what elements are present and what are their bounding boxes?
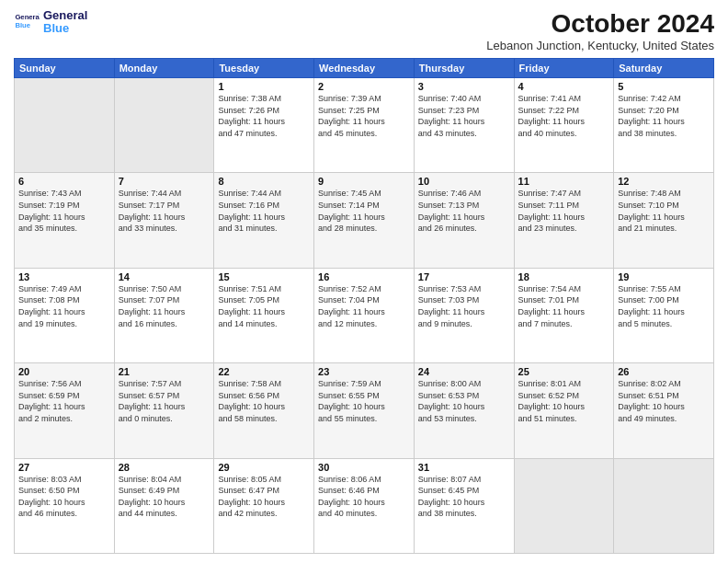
calendar-day-cell: 4Sunrise: 7:41 AM Sunset: 7:22 PM Daylig… — [514, 78, 614, 173]
day-number: 28 — [119, 462, 210, 473]
calendar-day-cell: 7Sunrise: 7:44 AM Sunset: 7:17 PM Daylig… — [114, 173, 214, 268]
day-number: 16 — [318, 271, 410, 282]
weekday-header: Sunday — [15, 59, 115, 78]
day-info: Sunrise: 7:56 AM Sunset: 6:59 PM Dayligh… — [18, 378, 110, 424]
weekday-header: Monday — [114, 59, 214, 78]
calendar-day-cell: 31Sunrise: 8:07 AM Sunset: 6:45 PM Dayli… — [414, 458, 514, 553]
day-number: 23 — [318, 366, 410, 377]
day-number: 5 — [618, 81, 710, 92]
day-info: Sunrise: 7:38 AM Sunset: 7:26 PM Dayligh… — [218, 93, 310, 139]
day-number: 13 — [18, 271, 110, 282]
calendar-day-cell: 1Sunrise: 7:38 AM Sunset: 7:26 PM Daylig… — [214, 78, 314, 173]
day-info: Sunrise: 7:52 AM Sunset: 7:04 PM Dayligh… — [318, 283, 410, 329]
day-info: Sunrise: 7:57 AM Sunset: 6:57 PM Dayligh… — [119, 378, 210, 424]
calendar-day-cell: 23Sunrise: 7:59 AM Sunset: 6:55 PM Dayli… — [314, 363, 415, 458]
day-info: Sunrise: 7:53 AM Sunset: 7:03 PM Dayligh… — [418, 283, 510, 329]
svg-text:Blue: Blue — [15, 21, 30, 29]
day-number: 24 — [418, 366, 510, 377]
calendar-week-row: 13Sunrise: 7:49 AM Sunset: 7:08 PM Dayli… — [15, 268, 714, 362]
weekday-header: Saturday — [614, 59, 714, 78]
calendar-day-cell: 25Sunrise: 8:01 AM Sunset: 6:52 PM Dayli… — [514, 363, 614, 458]
day-info: Sunrise: 7:48 AM Sunset: 7:10 PM Dayligh… — [618, 188, 710, 234]
calendar-day-cell: 11Sunrise: 7:47 AM Sunset: 7:11 PM Dayli… — [514, 173, 614, 268]
day-info: Sunrise: 8:06 AM Sunset: 6:46 PM Dayligh… — [318, 474, 410, 520]
day-number: 6 — [18, 176, 110, 187]
calendar-day-cell: 2Sunrise: 7:39 AM Sunset: 7:25 PM Daylig… — [314, 78, 415, 173]
calendar-week-row: 20Sunrise: 7:56 AM Sunset: 6:59 PM Dayli… — [15, 363, 714, 458]
day-info: Sunrise: 7:46 AM Sunset: 7:13 PM Dayligh… — [418, 188, 510, 234]
day-info: Sunrise: 8:04 AM Sunset: 6:49 PM Dayligh… — [119, 474, 210, 520]
day-info: Sunrise: 7:43 AM Sunset: 7:19 PM Dayligh… — [18, 188, 110, 234]
calendar-header-row: SundayMondayTuesdayWednesdayThursdayFrid… — [15, 59, 714, 78]
logo-icon: General Blue — [14, 9, 40, 35]
day-info: Sunrise: 7:45 AM Sunset: 7:14 PM Dayligh… — [318, 188, 410, 234]
day-number: 30 — [318, 462, 410, 473]
header: General Blue General Blue October 2024 L… — [14, 9, 714, 52]
calendar-day-cell: 13Sunrise: 7:49 AM Sunset: 7:08 PM Dayli… — [15, 268, 115, 362]
calendar-day-cell — [514, 458, 614, 553]
day-number: 2 — [318, 81, 410, 92]
calendar-week-row: 6Sunrise: 7:43 AM Sunset: 7:19 PM Daylig… — [15, 173, 714, 268]
day-number: 20 — [18, 366, 110, 377]
day-number: 11 — [518, 176, 610, 187]
day-info: Sunrise: 7:42 AM Sunset: 7:20 PM Dayligh… — [618, 93, 710, 139]
day-number: 17 — [418, 271, 510, 282]
calendar-day-cell: 9Sunrise: 7:45 AM Sunset: 7:14 PM Daylig… — [314, 173, 415, 268]
page: General Blue General Blue October 2024 L… — [0, 0, 728, 563]
day-info: Sunrise: 7:49 AM Sunset: 7:08 PM Dayligh… — [18, 283, 110, 329]
day-info: Sunrise: 7:44 AM Sunset: 7:17 PM Dayligh… — [119, 188, 210, 234]
calendar-day-cell: 20Sunrise: 7:56 AM Sunset: 6:59 PM Dayli… — [15, 363, 115, 458]
day-number: 10 — [418, 176, 510, 187]
svg-text:General: General — [15, 13, 40, 21]
day-info: Sunrise: 8:00 AM Sunset: 6:53 PM Dayligh… — [418, 378, 510, 424]
calendar-day-cell: 6Sunrise: 7:43 AM Sunset: 7:19 PM Daylig… — [15, 173, 115, 268]
calendar-day-cell: 27Sunrise: 8:03 AM Sunset: 6:50 PM Dayli… — [15, 458, 115, 553]
calendar-day-cell: 22Sunrise: 7:58 AM Sunset: 6:56 PM Dayli… — [214, 363, 314, 458]
calendar-day-cell: 15Sunrise: 7:51 AM Sunset: 7:05 PM Dayli… — [214, 268, 314, 362]
day-number: 12 — [618, 176, 710, 187]
day-number: 3 — [418, 81, 510, 92]
day-info: Sunrise: 8:02 AM Sunset: 6:51 PM Dayligh… — [618, 378, 710, 424]
day-number: 26 — [618, 366, 710, 377]
logo-text-line2: Blue — [43, 22, 87, 35]
calendar-day-cell: 14Sunrise: 7:50 AM Sunset: 7:07 PM Dayli… — [114, 268, 214, 362]
day-number: 7 — [119, 176, 210, 187]
day-number: 29 — [218, 462, 310, 473]
day-number: 25 — [518, 366, 610, 377]
calendar-day-cell: 18Sunrise: 7:54 AM Sunset: 7:01 PM Dayli… — [514, 268, 614, 362]
location-title: Lebanon Junction, Kentucky, United State… — [486, 39, 714, 52]
day-number: 22 — [218, 366, 310, 377]
calendar-day-cell: 8Sunrise: 7:44 AM Sunset: 7:16 PM Daylig… — [214, 173, 314, 268]
calendar-day-cell: 5Sunrise: 7:42 AM Sunset: 7:20 PM Daylig… — [614, 78, 714, 173]
calendar-day-cell: 10Sunrise: 7:46 AM Sunset: 7:13 PM Dayli… — [414, 173, 514, 268]
day-info: Sunrise: 8:03 AM Sunset: 6:50 PM Dayligh… — [18, 474, 110, 520]
day-info: Sunrise: 8:01 AM Sunset: 6:52 PM Dayligh… — [518, 378, 610, 424]
calendar-week-row: 27Sunrise: 8:03 AM Sunset: 6:50 PM Dayli… — [15, 458, 714, 553]
month-title: October 2024 — [486, 9, 714, 39]
calendar-day-cell: 30Sunrise: 8:06 AM Sunset: 6:46 PM Dayli… — [314, 458, 415, 553]
weekday-header: Wednesday — [314, 59, 415, 78]
day-info: Sunrise: 7:40 AM Sunset: 7:23 PM Dayligh… — [418, 93, 510, 139]
day-info: Sunrise: 7:55 AM Sunset: 7:00 PM Dayligh… — [618, 283, 710, 329]
calendar-day-cell: 24Sunrise: 8:00 AM Sunset: 6:53 PM Dayli… — [414, 363, 514, 458]
day-number: 15 — [218, 271, 310, 282]
day-info: Sunrise: 8:07 AM Sunset: 6:45 PM Dayligh… — [418, 474, 510, 520]
day-info: Sunrise: 7:51 AM Sunset: 7:05 PM Dayligh… — [218, 283, 310, 329]
day-number: 1 — [218, 81, 310, 92]
day-info: Sunrise: 7:44 AM Sunset: 7:16 PM Dayligh… — [218, 188, 310, 234]
day-number: 19 — [618, 271, 710, 282]
calendar-day-cell: 16Sunrise: 7:52 AM Sunset: 7:04 PM Dayli… — [314, 268, 415, 362]
day-number: 14 — [119, 271, 210, 282]
day-info: Sunrise: 7:47 AM Sunset: 7:11 PM Dayligh… — [518, 188, 610, 234]
calendar-day-cell — [614, 458, 714, 553]
day-number: 31 — [418, 462, 510, 473]
weekday-header: Tuesday — [214, 59, 314, 78]
calendar-day-cell: 21Sunrise: 7:57 AM Sunset: 6:57 PM Dayli… — [114, 363, 214, 458]
calendar-day-cell: 17Sunrise: 7:53 AM Sunset: 7:03 PM Dayli… — [414, 268, 514, 362]
day-number: 9 — [318, 176, 410, 187]
day-number: 8 — [218, 176, 310, 187]
day-number: 18 — [518, 271, 610, 282]
logo-text-line1: General — [43, 9, 87, 22]
calendar-day-cell: 3Sunrise: 7:40 AM Sunset: 7:23 PM Daylig… — [414, 78, 514, 173]
calendar-day-cell: 12Sunrise: 7:48 AM Sunset: 7:10 PM Dayli… — [614, 173, 714, 268]
